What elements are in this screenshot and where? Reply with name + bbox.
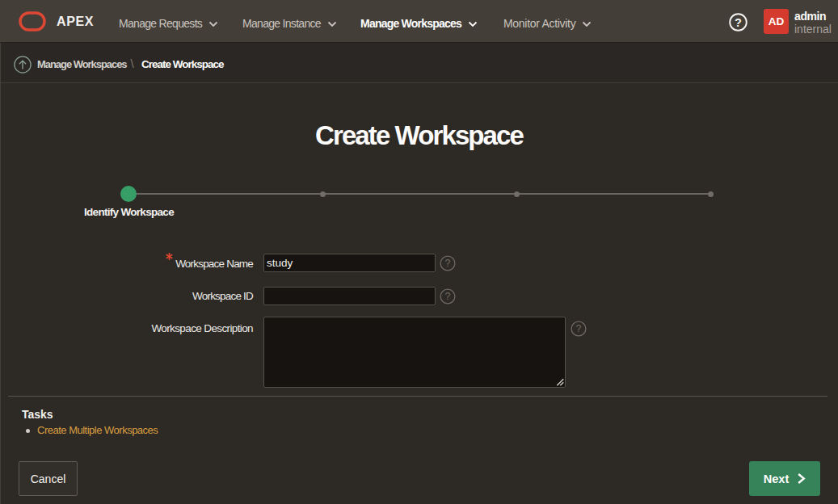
svg-text:?: ? [445,291,451,302]
svg-text:?: ? [735,16,742,29]
svg-text:?: ? [445,258,451,269]
svg-text:?: ? [576,323,582,334]
